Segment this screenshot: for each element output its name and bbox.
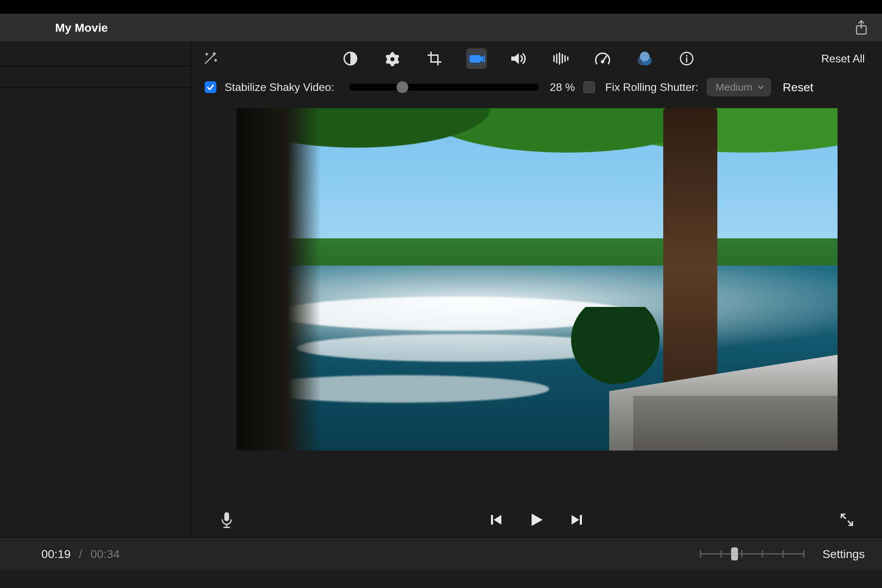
- play-icon[interactable]: [528, 511, 545, 529]
- svg-point-7: [396, 55, 399, 58]
- window-chrome-gap: [0, 0, 882, 14]
- reset-all-button[interactable]: Reset All: [808, 52, 865, 65]
- playback-bar: [192, 502, 882, 537]
- svg-rect-21: [491, 515, 493, 525]
- volume-icon[interactable]: [508, 48, 529, 69]
- svg-point-6: [391, 52, 394, 56]
- noise-equalizer-icon[interactable]: [550, 48, 571, 69]
- svg-rect-22: [580, 515, 582, 525]
- svg-point-17: [640, 52, 650, 62]
- next-frame-icon[interactable]: [567, 511, 585, 529]
- video-preview[interactable]: [237, 108, 837, 450]
- titlebar: My Movie: [0, 14, 882, 41]
- share-icon[interactable]: [854, 20, 868, 35]
- rolling-shutter-label: Fix Rolling Shutter:: [605, 81, 698, 94]
- time-separator: /: [76, 548, 85, 561]
- stabilize-controls: Stabilize Shaky Video: 28 % Fix Rolling …: [192, 76, 882, 102]
- zoom-slider-thumb[interactable]: [731, 548, 738, 561]
- color-balance-icon[interactable]: [340, 48, 361, 69]
- rolling-shutter-select[interactable]: Medium: [706, 78, 771, 96]
- viewer-panel: Reset All Stabilize Shaky Video: 28 % Fi…: [192, 41, 882, 537]
- settings-button[interactable]: Settings: [822, 548, 865, 561]
- timeline-zoom-slider[interactable]: [700, 548, 804, 560]
- previous-frame-icon[interactable]: [488, 511, 506, 529]
- svg-point-11: [386, 55, 389, 58]
- svg-rect-20: [224, 512, 229, 521]
- sidebar-header: [0, 41, 192, 66]
- stabilize-percent: 28 %: [550, 81, 575, 94]
- svg-point-14: [602, 61, 604, 63]
- svg-point-10: [386, 60, 389, 64]
- stabilize-checkbox[interactable]: [205, 81, 216, 93]
- project-title: My Movie: [55, 21, 108, 34]
- filters-icon[interactable]: [634, 48, 655, 69]
- rolling-shutter-checkbox[interactable]: [583, 81, 595, 93]
- library-sidebar: [0, 41, 192, 537]
- chevron-down-icon: [757, 85, 764, 90]
- stabilize-slider-thumb[interactable]: [396, 81, 408, 93]
- stabilization-icon[interactable]: [466, 48, 487, 69]
- color-correction-icon[interactable]: [382, 48, 403, 69]
- svg-rect-12: [470, 55, 481, 63]
- playhead-time: 00:19: [41, 548, 70, 561]
- voiceover-mic-icon[interactable]: [220, 511, 234, 529]
- fullscreen-icon[interactable]: [839, 512, 854, 527]
- svg-point-8: [396, 60, 399, 64]
- total-duration: 00:34: [91, 548, 120, 561]
- stabilize-slider[interactable]: [350, 84, 539, 91]
- timeline-footer: 00:19 / 00:34 Settings: [0, 537, 882, 570]
- svg-point-5: [390, 57, 394, 62]
- sidebar-row[interactable]: [0, 66, 192, 88]
- crop-icon[interactable]: [424, 48, 445, 69]
- svg-point-19: [686, 55, 687, 57]
- adjustments-toolbar: Reset All: [192, 41, 882, 76]
- speed-icon[interactable]: [592, 48, 613, 69]
- stabilize-reset-button[interactable]: Reset: [783, 81, 813, 94]
- rolling-shutter-select-value: Medium: [716, 81, 753, 93]
- info-icon[interactable]: [676, 48, 697, 69]
- stabilize-label: Stabilize Shaky Video:: [225, 81, 334, 94]
- auto-enhance-icon[interactable]: [202, 50, 218, 67]
- timeline-area[interactable]: [0, 570, 882, 588]
